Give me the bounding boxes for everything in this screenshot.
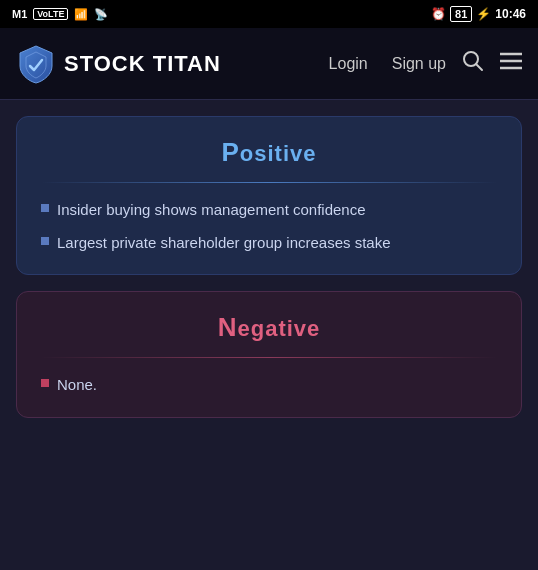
positive-item-2-text: Largest private shareholder group increa… [57,232,391,255]
svg-line-1 [476,64,482,70]
main-content: Positive Insider buying shows management… [0,100,538,434]
negative-item-1-text: None. [57,374,97,397]
negative-title-rest: egative [237,316,320,341]
status-right: ⏰ 81 ⚡ 10:46 [431,6,526,22]
positive-title-first-letter: P [221,137,239,167]
bullet-icon-2 [41,237,49,245]
negative-divider [41,357,497,358]
logo-container: STOCK TITAN [16,44,329,84]
status-bar: M1 VoLTE 📶 📡 ⏰ 81 ⚡ 10:46 [0,0,538,28]
negative-title-first-letter: N [218,312,238,342]
battery-level: 81 [450,6,472,22]
time-label: 10:46 [495,7,526,21]
positive-item-2: Largest private shareholder group increa… [41,232,497,255]
positive-title: Positive [41,137,497,168]
menu-icon[interactable] [500,52,522,75]
login-link[interactable]: Login [329,55,368,73]
logo-icon [16,44,56,84]
volte-badge: VoLTE [33,8,68,20]
nav-icons [462,50,522,77]
carrier-label: M1 [12,8,27,20]
alarm-icon: ⏰ [431,7,446,21]
positive-item-1: Insider buying shows management confiden… [41,199,497,222]
positive-card: Positive Insider buying shows management… [16,116,522,275]
positive-title-rest: ositive [240,141,317,166]
wifi-icon: 📡 [94,8,108,21]
negative-card: Negative None. [16,291,522,418]
bullet-icon-1 [41,204,49,212]
charging-icon: ⚡ [476,7,491,21]
signup-link[interactable]: Sign up [392,55,446,73]
bullet-icon-neg-1 [41,379,49,387]
logo-text: STOCK TITAN [64,51,221,77]
positive-list: Insider buying shows management confiden… [41,199,497,254]
status-left: M1 VoLTE 📶 📡 [12,8,108,21]
positive-item-1-text: Insider buying shows management confiden… [57,199,366,222]
search-icon[interactable] [462,50,484,77]
negative-list: None. [41,374,497,397]
nav-links: Login Sign up [329,55,446,73]
navbar: STOCK TITAN Login Sign up [0,28,538,100]
negative-title: Negative [41,312,497,343]
negative-item-1: None. [41,374,497,397]
positive-divider [41,182,497,183]
signal-icon: 📶 [74,8,88,21]
